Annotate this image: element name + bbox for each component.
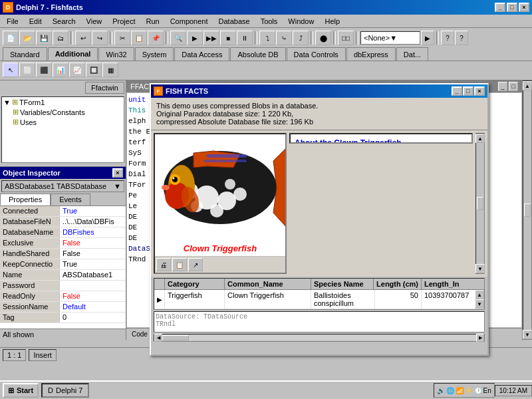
tab-win32[interactable]: Win32 xyxy=(98,47,134,61)
obj-inspector-dropdown[interactable]: ABSDatabase1 TABSDatabase ▼ xyxy=(1,180,124,192)
step-into-button[interactable]: ⤷ xyxy=(276,31,292,45)
editor-maximize[interactable]: □ xyxy=(509,82,518,91)
obj-tab-events[interactable]: Events xyxy=(51,194,90,205)
ffactwin-tab[interactable]: Ffactwin xyxy=(85,82,124,94)
redo-button[interactable]: ↪ xyxy=(92,31,108,45)
comp-btn-5[interactable]: 🔲 xyxy=(86,63,102,77)
tree-uses[interactable]: ⊞ Uses xyxy=(2,117,124,127)
fish-image xyxy=(154,134,287,241)
cut-button[interactable]: ✂ xyxy=(114,31,130,45)
component-dropdown[interactable]: <None> ▼ xyxy=(360,31,420,45)
project-button[interactable]: ▶ xyxy=(187,31,203,45)
find-button[interactable]: 🔍 xyxy=(170,31,186,45)
help-btn-2[interactable]: ? xyxy=(455,31,468,45)
right-scrollbar[interactable]: ▲ ▼ xyxy=(523,80,532,340)
fish-text-scrollbar[interactable]: ▲ ▼ xyxy=(475,133,485,274)
window-title: Delphi 7 - Fishfacts xyxy=(16,3,495,11)
obj-tab-properties[interactable]: Properties xyxy=(0,194,51,205)
fish-scroll-thumb[interactable] xyxy=(477,197,483,210)
comp-btn-1[interactable]: ⬜ xyxy=(19,63,35,77)
taskbar-delphi[interactable]: D Delphi 7 xyxy=(41,383,89,398)
grid-scroll-down[interactable]: ▼ xyxy=(475,299,484,309)
paste-button[interactable]: 📌 xyxy=(148,31,164,45)
new-button[interactable]: 📄 xyxy=(3,31,19,45)
fish-scroll-up[interactable]: ▲ xyxy=(475,134,485,143)
fish-h-scroll-right[interactable]: ▶ xyxy=(476,334,484,342)
scroll-thumb[interactable] xyxy=(524,203,531,217)
menu-edit[interactable]: Edit xyxy=(24,16,47,27)
run-button[interactable]: ▶▶ xyxy=(203,31,219,45)
object-inspector: Object Inspector × ABSDatabase1 TABSData… xyxy=(0,167,126,340)
comp-btn-3[interactable]: 📊 xyxy=(53,63,68,77)
menu-view[interactable]: View xyxy=(81,16,108,27)
dropdown-go-button[interactable]: ▶ xyxy=(421,31,434,45)
tree-form1[interactable]: ▼ ⊞ TForm1 xyxy=(2,97,124,107)
tab-system[interactable]: System xyxy=(135,47,174,61)
menu-search[interactable]: Search xyxy=(47,16,81,27)
fish-main-area: Clown Triggerfish 🖨 📋 ↗ About the Clown … xyxy=(151,130,487,277)
step-over-button[interactable]: ⤵ xyxy=(259,31,275,45)
prop-sessionname: SessionName Default xyxy=(0,302,126,313)
comp-btn-2[interactable]: ⬛ xyxy=(36,63,52,77)
stop-button[interactable]: ■ xyxy=(220,31,236,45)
menu-run[interactable]: Run xyxy=(140,16,164,27)
fish-scroll-down[interactable]: ▼ xyxy=(475,264,485,273)
tab-data-controls[interactable]: Data Controls xyxy=(287,47,346,61)
prop-connected: Connected True xyxy=(0,206,126,217)
scroll-up-button[interactable]: ▲ xyxy=(523,81,532,90)
editor-minimize[interactable]: _ xyxy=(498,82,507,91)
img-toolbar-btn3[interactable]: ↗ xyxy=(188,258,203,271)
img-toolbar-btn2[interactable]: 📋 xyxy=(172,258,187,271)
help-btn-1[interactable]: ? xyxy=(441,31,454,45)
pointer-tool[interactable]: ↖ xyxy=(3,63,19,77)
copy-button[interactable]: 📋 xyxy=(131,31,147,45)
menu-file[interactable]: File xyxy=(1,16,24,27)
obj-inspector-close[interactable]: × xyxy=(112,168,123,178)
menu-project[interactable]: Project xyxy=(107,16,140,27)
toggle-bp-button[interactable]: ⬤ xyxy=(315,31,331,45)
save-button[interactable]: 💾 xyxy=(36,31,52,45)
save-all-button[interactable]: 🗂 xyxy=(53,31,68,45)
comp-btn-6[interactable]: ▦ xyxy=(102,63,118,77)
title-bar: D Delphi 7 - Fishfacts _ □ × xyxy=(0,0,532,15)
tree-variables[interactable]: ⊞ Variables/Constants xyxy=(2,107,124,117)
menu-component[interactable]: Component xyxy=(165,16,213,27)
tab-absolute-db[interactable]: Absolute DB xyxy=(230,47,285,61)
scroll-down-button[interactable]: ▼ xyxy=(523,330,532,339)
comp-btn-4[interactable]: 📈 xyxy=(69,63,85,77)
grid-scrollbar[interactable]: ▲ ▼ xyxy=(475,290,484,309)
close-button[interactable]: × xyxy=(519,3,529,12)
fish-minimize[interactable]: _ xyxy=(452,86,462,96)
menu-help[interactable]: Help xyxy=(319,16,345,27)
undo-button[interactable]: ↩ xyxy=(75,31,91,45)
separator-8 xyxy=(436,31,439,45)
fish-maximize[interactable]: □ xyxy=(463,86,473,96)
tab-standard[interactable]: Standard xyxy=(3,47,47,61)
fish-h-scroll-thumb[interactable] xyxy=(162,335,189,340)
fish-dialog: F FISH FACTS _ □ × This demo uses compre… xyxy=(150,83,489,356)
grid-data-row[interactable]: ▶ Triggerfish Clown Triggerfish Ballisto… xyxy=(154,290,484,309)
minimize-button[interactable]: _ xyxy=(495,3,505,12)
maximize-button[interactable]: □ xyxy=(507,3,517,12)
tab-additional[interactable]: Additional xyxy=(48,47,98,61)
start-button[interactable]: ⊞ Start xyxy=(3,383,39,398)
fish-h-scrollbar[interactable]: ◀ ▶ xyxy=(154,334,485,342)
prop-name: Name ABSDatabase1 xyxy=(0,270,126,281)
modules-button[interactable]: □□ xyxy=(338,31,354,45)
separator-7 xyxy=(356,31,358,45)
menu-database[interactable]: Database xyxy=(213,16,255,27)
open-button[interactable]: 📂 xyxy=(19,31,35,45)
step-out-button[interactable]: ⤴ xyxy=(293,31,309,45)
tab-data-access[interactable]: Data Access xyxy=(174,47,229,61)
grid-header-species: Species Name xyxy=(311,279,374,289)
fish-h-scroll-left[interactable]: ◀ xyxy=(154,334,162,342)
tab-dat[interactable]: Dat... xyxy=(396,47,428,61)
menu-tools[interactable]: Tools xyxy=(255,16,283,27)
pause-button[interactable]: ⏸ xyxy=(237,31,253,45)
tab-dbexpress[interactable]: dbExpress xyxy=(346,47,396,61)
fish-close[interactable]: × xyxy=(474,86,485,96)
menu-window[interactable]: Window xyxy=(283,16,319,27)
fish-code-area: DataSource: TDataSource TRndl xyxy=(154,311,485,332)
grid-scroll-up[interactable]: ▲ xyxy=(475,290,484,299)
img-toolbar-btn1[interactable]: 🖨 xyxy=(156,258,171,271)
